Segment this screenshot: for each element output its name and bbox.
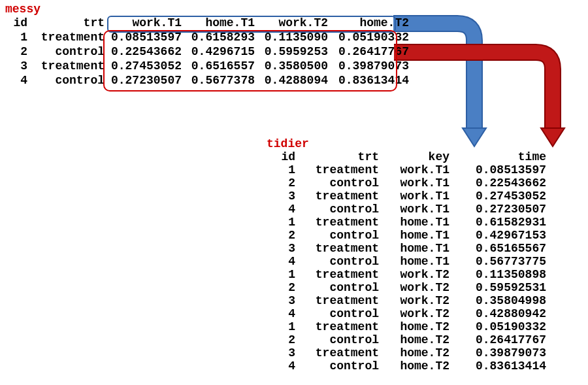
messy-col-workT2: work.T2 xyxy=(257,16,331,30)
table-row: 3 treatment 0.27453052 0.6516557 0.35805… xyxy=(5,59,412,73)
table-row: 4controlhome.T20.83613414 xyxy=(267,360,549,373)
table-row: 3treatmentwork.T20.35804998 xyxy=(267,294,549,307)
messy-table: id trt work.T1 home.T1 work.T2 home.T2 1… xyxy=(5,16,412,88)
tidier-block: tidier id trt key time 1treatmentwork.T1… xyxy=(267,137,549,373)
messy-title: messy xyxy=(5,3,412,16)
table-row: 2 control 0.22543662 0.4296715 0.5959253… xyxy=(5,44,412,59)
tidier-header-row: id trt key time xyxy=(267,150,549,163)
table-row: 3treatmentwork.T10.27453052 xyxy=(267,190,549,203)
messy-col-homeT2: home.T2 xyxy=(331,16,412,30)
messy-col-workT1: work.T1 xyxy=(107,16,184,30)
table-row: 1treatmentwork.T20.11350898 xyxy=(267,268,549,281)
table-row: 1treatmenthome.T20.05190332 xyxy=(267,320,549,333)
tidier-col-key: key xyxy=(382,150,452,163)
table-row: 1 treatment 0.08513597 0.6158293 0.11350… xyxy=(5,30,412,44)
tidier-table: id trt key time 1treatmentwork.T10.08513… xyxy=(267,150,549,373)
table-row: 2controlhome.T10.42967153 xyxy=(267,229,549,242)
messy-header-row: id trt work.T1 home.T1 work.T2 home.T2 xyxy=(5,16,412,30)
table-row: 4 control 0.27230507 0.5677378 0.4288094… xyxy=(5,73,412,88)
table-row: 2controlwork.T20.59592531 xyxy=(267,281,549,294)
table-row: 2controlhome.T20.26417767 xyxy=(267,333,549,346)
messy-col-homeT1: home.T1 xyxy=(184,16,257,30)
messy-col-trt: trt xyxy=(30,16,107,30)
table-row: 1treatmentwork.T10.08513597 xyxy=(267,163,549,176)
tidier-title: tidier xyxy=(267,137,549,150)
red-arrow-icon xyxy=(394,52,553,132)
tidier-col-time: time xyxy=(452,150,549,163)
tidier-col-id: id xyxy=(267,150,298,163)
table-row: 3treatmenthome.T10.65165567 xyxy=(267,242,549,255)
table-row: 3treatmenthome.T20.39879073 xyxy=(267,346,549,360)
table-row: 4controlwork.T10.27230507 xyxy=(267,203,549,216)
table-row: 4controlhome.T10.56773775 xyxy=(267,255,549,268)
table-row: 4controlwork.T20.42880942 xyxy=(267,307,549,320)
tidier-col-trt: trt xyxy=(298,150,382,163)
messy-col-id: id xyxy=(5,16,30,30)
table-row: 2controlwork.T10.22543662 xyxy=(267,176,549,190)
messy-block: messy id trt work.T1 home.T1 work.T2 hom… xyxy=(5,3,412,88)
table-row: 1treatmenthome.T10.61582931 xyxy=(267,216,549,229)
